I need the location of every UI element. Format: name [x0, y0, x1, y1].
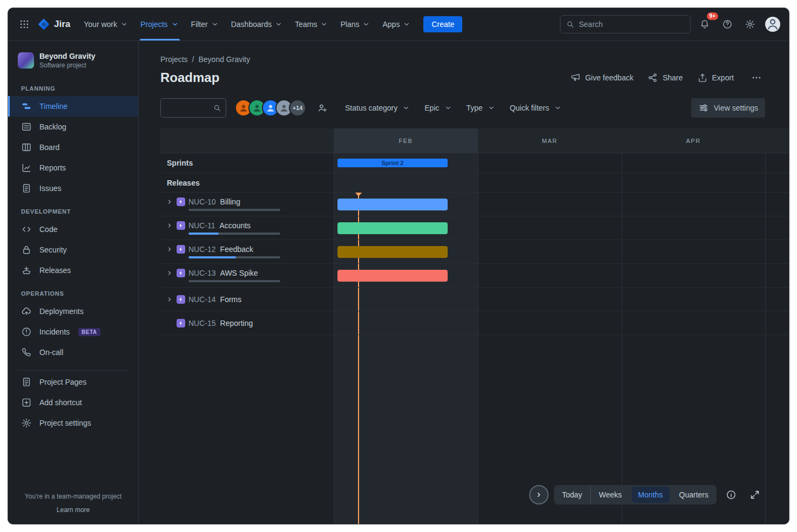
view-settings-button[interactable]: View settings: [691, 98, 765, 118]
epic-row[interactable]: NUC-12 Feedback: [160, 240, 789, 264]
zoom-months-button[interactable]: Months: [632, 487, 670, 503]
epic-icon: [177, 319, 185, 328]
project-header[interactable]: Beyond Gravity Software project: [8, 51, 138, 76]
jira-logo-text: Jira: [54, 19, 70, 30]
nav-your-work[interactable]: Your work: [78, 8, 134, 40]
create-button[interactable]: Create: [423, 16, 462, 32]
timeline-search[interactable]: [160, 98, 226, 118]
epic-row[interactable]: NUC-13 AWS Spike: [160, 264, 789, 288]
sidebar-item-label: Issues: [39, 184, 61, 193]
backlog-icon: [21, 121, 32, 132]
epic-row[interactable]: NUC-10 Billing: [160, 193, 789, 216]
section-title-development: DEVELOPMENT: [8, 199, 138, 219]
zoom-quarters-button[interactable]: Quarters: [671, 485, 717, 504]
epic-bar[interactable]: [337, 270, 448, 282]
project-type: Software project: [39, 62, 95, 69]
export-button[interactable]: Export: [697, 72, 734, 83]
sidebar-item-code[interactable]: Code: [8, 219, 138, 240]
global-search[interactable]: [560, 15, 691, 33]
epic-row[interactable]: NUC-15 Reporting: [160, 311, 789, 335]
month-header-apr: APR: [622, 128, 765, 153]
chevron-right-icon[interactable]: [166, 269, 173, 277]
nav-plans[interactable]: Plans: [334, 8, 376, 40]
nav-dashboards[interactable]: Dashboards: [225, 8, 289, 40]
chevron-down-icon: [171, 20, 179, 29]
chevron-right-icon[interactable]: [166, 296, 173, 303]
profile-button[interactable]: [764, 16, 781, 33]
chevron-right-icon: [535, 490, 543, 499]
chevron-right-icon[interactable]: [166, 198, 173, 206]
sidebar-item-incidents[interactable]: Incidents BETA: [8, 322, 138, 342]
timeline-search-input[interactable]: [166, 104, 213, 112]
user-avatar: [765, 17, 780, 32]
sidebar-item-board[interactable]: Board: [8, 137, 138, 158]
nav-filter[interactable]: Filter: [185, 8, 225, 40]
share-button[interactable]: Share: [647, 72, 683, 83]
managed-project-note: You're in a team-managed project: [15, 493, 132, 500]
sidebar-item-reports[interactable]: Reports: [8, 158, 138, 178]
breadcrumb-projects[interactable]: Projects: [160, 55, 188, 64]
chevron-right-icon[interactable]: [166, 245, 173, 253]
sidebar-item-releases[interactable]: Releases: [8, 260, 138, 281]
epic-cell: NUC-12 Feedback: [160, 240, 334, 263]
notifications-button[interactable]: 9+: [696, 16, 713, 33]
filter-quick-filters[interactable]: Quick filters: [504, 100, 568, 115]
breadcrumb-project-name[interactable]: Beyond Gravity: [198, 55, 250, 64]
document-icon: [21, 377, 32, 387]
sidebar-item-on-call[interactable]: On-call: [8, 342, 138, 363]
sidebar-item-security[interactable]: Security: [8, 240, 138, 260]
epic-row[interactable]: NUC-11 Accounts: [160, 216, 789, 240]
sidebar-item-add-shortcut[interactable]: Add shortcut: [8, 392, 138, 413]
releases-row-label: Releases: [160, 173, 334, 192]
roadmap-main: Projects / Beyond Gravity Roadmap Give f…: [139, 41, 789, 524]
sidebar-item-label: Timeline: [39, 102, 67, 111]
app-switcher-button[interactable]: [16, 16, 33, 33]
scroll-right-button[interactable]: [529, 485, 549, 504]
epic-bar[interactable]: [337, 246, 448, 258]
global-search-input[interactable]: [579, 20, 685, 29]
add-people-button[interactable]: [314, 99, 331, 117]
sidebar-item-label: Deployments: [39, 307, 84, 316]
help-button[interactable]: [719, 16, 736, 33]
epic-cell: NUC-11 Accounts: [160, 216, 334, 240]
epic-row[interactable]: NUC-14 Forms: [160, 288, 789, 311]
section-title-operations: OPERATIONS: [8, 281, 138, 301]
settings-button[interactable]: [741, 16, 759, 33]
filter-epic[interactable]: Epic: [419, 100, 457, 115]
filter-status-category[interactable]: Status category: [340, 100, 416, 115]
today-button[interactable]: Today: [554, 485, 591, 504]
fullscreen-button[interactable]: [746, 486, 764, 504]
nav-projects[interactable]: Projects: [134, 8, 185, 40]
jira-app-window: Jira Your work Projects Filter Dashboard…: [8, 8, 789, 524]
nav-teams[interactable]: Teams: [289, 8, 334, 40]
notification-badge: 9+: [706, 11, 719, 21]
nav-apps[interactable]: Apps: [376, 8, 417, 40]
more-actions-button[interactable]: [748, 69, 765, 86]
jira-logo[interactable]: Jira: [33, 18, 78, 31]
sidebar-item-label: Releases: [39, 266, 71, 275]
timeline-info-button[interactable]: [722, 486, 740, 504]
avatar-overflow-count[interactable]: +14: [289, 99, 306, 117]
epic-name: Reporting: [220, 319, 253, 328]
epic-icon: [177, 295, 185, 304]
nav-label: Plans: [340, 20, 359, 29]
sidebar-item-project-pages[interactable]: Project Pages: [8, 372, 138, 392]
sidebar-item-issues[interactable]: Issues: [8, 178, 138, 199]
chevron-right-icon[interactable]: [166, 222, 173, 229]
breadcrumb: Projects / Beyond Gravity: [160, 55, 789, 64]
learn-more-link[interactable]: Learn more: [57, 506, 90, 514]
project-name: Beyond Gravity: [39, 52, 95, 60]
epic-bar[interactable]: [337, 199, 448, 210]
sprint-bar[interactable]: Sprint 2: [337, 159, 448, 167]
megaphone-icon: [570, 72, 581, 83]
sidebar-item-backlog[interactable]: Backlog: [8, 117, 138, 137]
epic-bar[interactable]: [337, 222, 448, 234]
sidebar-item-timeline[interactable]: Timeline: [8, 96, 138, 117]
give-feedback-button[interactable]: Give feedback: [570, 72, 634, 83]
filter-type[interactable]: Type: [461, 100, 501, 115]
zoom-weeks-button[interactable]: Weeks: [591, 485, 630, 504]
sidebar-item-label: On-call: [39, 348, 63, 357]
sidebar-item-project-settings[interactable]: Project settings: [8, 413, 138, 433]
jira-logo-icon: [37, 18, 50, 31]
sidebar-item-deployments[interactable]: Deployments: [8, 301, 138, 322]
